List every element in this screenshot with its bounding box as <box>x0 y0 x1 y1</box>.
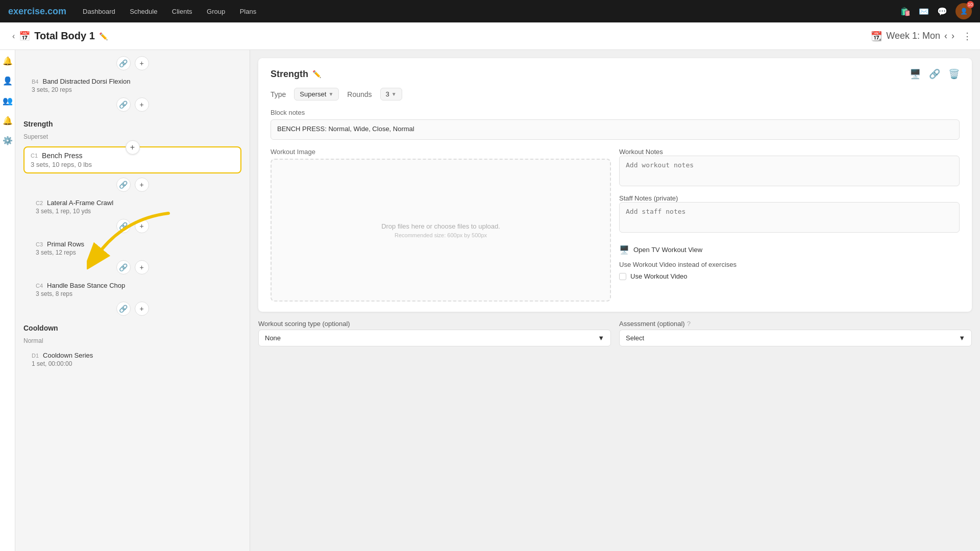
delete-icon[interactable]: 🗑️ <box>948 68 960 80</box>
cooldown-series-title[interactable]: Cooldown Series <box>43 352 93 359</box>
workout-image-dropzone[interactable]: Drop files here or choose files to uploa… <box>271 159 611 302</box>
back-button[interactable]: ‹ <box>8 30 19 43</box>
assessment-select[interactable]: Select ▼ <box>619 330 972 346</box>
top-right-actions: 🛍️ ✉️ 💬 👤 10 <box>900 3 972 19</box>
strength-card: Strength ✏️ 🖥️ 🔗 🗑️ Type Superset ▼ Roun… <box>258 58 972 312</box>
scoring-arrow-icon: ▼ <box>598 334 604 342</box>
primal-rows-name: C3 Primal Rows <box>36 240 241 248</box>
calendar-icon[interactable]: 📅 <box>19 31 30 42</box>
add-row-after-band: 🔗 + <box>15 95 250 116</box>
add-btn-chop[interactable]: + <box>135 302 149 316</box>
lateral-crawl-title[interactable]: Lateral A-Frame Crawl <box>47 199 113 207</box>
chat-icon[interactable]: 💬 <box>937 7 947 16</box>
avatar-badge: 10 <box>967 1 974 8</box>
workout-notes-section: Workout Notes <box>619 148 960 188</box>
rec-size-text: Recommended size: 600px by 500px <box>395 232 487 238</box>
monitor-icon[interactable]: 🖥️ <box>910 68 921 80</box>
sidebar-settings-icon[interactable]: ⚙️ <box>3 136 13 145</box>
add-btn-lateral[interactable]: + <box>135 219 149 233</box>
scoring-select[interactable]: None ▼ <box>258 330 611 346</box>
band-dorsi-label: B4 <box>32 79 38 85</box>
use-video-checkbox[interactable] <box>619 273 626 280</box>
mail-icon[interactable]: ✉️ <box>919 7 929 16</box>
nav-plans[interactable]: Plans <box>240 8 257 15</box>
logo-text: exercise <box>8 6 45 16</box>
nav-clients[interactable]: Clients <box>172 8 192 15</box>
scoring-col: Workout scoring type (optional) None ▼ <box>258 320 611 346</box>
logo-dot-com: .com <box>45 6 66 16</box>
workout-image-label: Workout Image <box>271 148 611 156</box>
primal-rows-label: C3 <box>36 241 43 247</box>
strength-edit-icon[interactable]: ✏️ <box>312 70 321 78</box>
two-col-layout: Workout Image Drop files here or choose … <box>271 148 960 302</box>
share-icon[interactable]: 🔗 <box>929 68 940 80</box>
bench-press-link-btn[interactable]: 🔗 <box>116 178 131 192</box>
top-nav: Dashboard Schedule Clients Group Plans <box>83 7 268 16</box>
bench-press-title[interactable]: Bench Press <box>42 152 82 160</box>
cooldown-series-label: D1 <box>32 353 39 359</box>
week-prev-icon[interactable]: ‹ <box>944 31 947 41</box>
main-content: 🔔 👤 👥 🔔 ⚙️ 🔗 + B4 Band Distracted Dorsi … <box>0 50 980 551</box>
sidebar-bell-icon[interactable]: 🔔 <box>3 56 13 66</box>
use-video-label: Use Workout Video <box>630 272 688 280</box>
nav-group[interactable]: Group <box>207 8 225 15</box>
bench-press-add-btn[interactable]: + <box>135 178 149 192</box>
sidebar-person-icon[interactable]: 👤 <box>3 76 13 86</box>
add-btn-inside[interactable]: + <box>126 140 140 155</box>
type-label: Type <box>271 90 286 98</box>
notes-area: Workout Notes Staff Notes (private) 🖥️ O… <box>619 148 960 302</box>
handle-chop-title[interactable]: Handle Base Stance Chop <box>47 282 125 289</box>
tv-label: Open TV Workout View <box>633 246 702 254</box>
top-add-row: 🔗 + <box>15 54 250 74</box>
link-btn-primal[interactable]: 🔗 <box>116 260 131 274</box>
block-notes-input[interactable]: BENCH PRESS: Normal, Wide, Close, Normal <box>271 119 960 140</box>
link-btn-chop[interactable]: 🔗 <box>116 302 131 316</box>
sidebar-notification-icon[interactable]: 🔔 <box>3 116 13 126</box>
week-next-icon[interactable]: › <box>951 31 954 41</box>
rounds-select[interactable]: 3 ▼ <box>380 88 402 101</box>
nav-schedule[interactable]: Schedule <box>130 8 157 15</box>
assessment-label: Assessment (optional) ? <box>619 320 972 328</box>
edit-workout-title-icon[interactable]: ✏️ <box>99 32 108 40</box>
avatar[interactable]: 👤 10 <box>955 3 972 19</box>
scoring-section: Workout scoring type (optional) None ▼ A… <box>258 320 972 346</box>
cooldown-series-sets: 1 set, 00:00:00 <box>32 360 241 367</box>
top-bar: exercise.com Dashboard Schedule Clients … <box>0 0 980 22</box>
add-row-after-lateral: 🔗 + <box>15 217 250 237</box>
lateral-crawl-name: C2 Lateral A-Frame Crawl <box>36 199 241 207</box>
workout-notes-input[interactable] <box>619 156 960 186</box>
assessment-help-icon[interactable]: ? <box>687 320 691 328</box>
cooldown-series-name: D1 Cooldown Series <box>32 352 241 359</box>
add-btn-top[interactable]: + <box>135 56 149 70</box>
highlighted-bench-press-container: + C1 Bench Press 3 sets, 10 reps, 0 lbs … <box>19 146 246 196</box>
link-btn-band[interactable]: 🔗 <box>116 97 131 112</box>
nav-dashboard[interactable]: Dashboard <box>83 8 115 15</box>
type-select[interactable]: Superset ▼ <box>294 88 339 101</box>
exercise-primal-rows: C3 Primal Rows 3 sets, 12 reps <box>15 237 250 258</box>
assessment-label-text: Assessment (optional) <box>619 320 685 328</box>
band-dorsi-title[interactable]: Band Distracted Dorsi Flexion <box>42 78 130 85</box>
scoring-grid: Workout scoring type (optional) None ▼ A… <box>258 320 972 346</box>
strength-section-header: Strength <box>15 116 250 132</box>
avatar-image: 👤 <box>960 8 968 15</box>
sidebar-group-icon[interactable]: 👥 <box>3 96 13 106</box>
shopping-bag-icon[interactable]: 🛍️ <box>900 7 911 16</box>
use-video-checkbox-row: Use Workout Video <box>619 272 960 280</box>
link-btn-lateral[interactable]: 🔗 <box>116 219 131 233</box>
primal-rows-title[interactable]: Primal Rows <box>47 240 84 248</box>
primal-rows-sets: 3 sets, 12 reps <box>36 249 241 256</box>
rounds-value: 3 <box>386 90 389 98</box>
link-btn-top[interactable]: 🔗 <box>116 56 131 70</box>
tv-row: 🖥️ Open TV Workout View <box>619 245 960 255</box>
week-text: Week 1: Mon <box>886 31 940 41</box>
more-options-icon[interactable]: ⋮ <box>963 31 972 42</box>
staff-notes-input[interactable] <box>619 202 960 233</box>
workout-image-section: Workout Image Drop files here or choose … <box>271 148 611 302</box>
assessment-value: Select <box>626 334 644 342</box>
exercise-panel: 🔗 + B4 Band Distracted Dorsi Flexion 3 s… <box>15 50 250 551</box>
add-btn-primal[interactable]: + <box>135 260 149 274</box>
video-option-label: Use Workout Video instead of exercises <box>619 261 960 268</box>
band-dorsi-sets: 3 sets, 20 reps <box>32 86 241 93</box>
add-btn-band[interactable]: + <box>135 97 149 112</box>
bench-press-card[interactable]: + C1 Bench Press 3 sets, 10 reps, 0 lbs <box>23 146 241 173</box>
